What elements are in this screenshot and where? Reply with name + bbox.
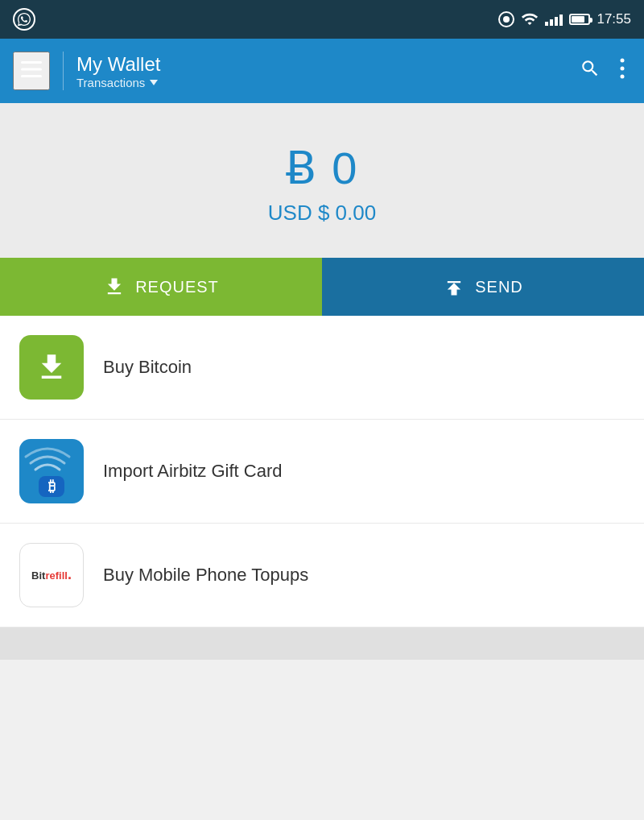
send-button[interactable]: SEND [322,258,644,316]
buy-bitcoin-label: Buy Bitcoin [103,357,192,378]
request-icon [103,275,126,298]
svg-point-3 [621,59,625,63]
search-button[interactable] [573,52,607,90]
list-item-import-airbitz[interactable]: ₿ Import Airbitz Gift Card [0,420,644,524]
bottom-area [0,627,644,660]
app-bar: My Wallet Transactions [0,39,644,103]
app-bar-divider [63,52,64,90]
dropdown-arrow-icon [150,80,158,85]
balance-section: Ƀ 0 USD $ 0.00 [0,103,644,258]
buy-bitcoin-icon [19,335,84,400]
list-section: Buy Bitcoin ₿ Import Airbitz Gift Card B… [0,316,644,627]
balance-usd: USD $ 0.00 [0,201,644,226]
buy-topups-label: Buy Mobile Phone Topups [103,565,308,586]
status-bar-left [13,8,35,31]
whatsapp-icon [13,8,35,31]
circle-icon [498,11,514,27]
svg-point-4 [621,67,625,71]
import-airbitz-label: Import Airbitz Gift Card [103,461,283,482]
status-bar: 17:55 [0,0,644,39]
battery-icon [569,14,590,25]
action-buttons: REQUEST SEND [0,258,644,316]
svg-rect-2 [21,75,42,77]
request-button[interactable]: REQUEST [0,258,322,316]
bitrefill-logo: Bitrefill. [31,566,72,584]
status-bar-right: 17:55 [498,11,631,27]
list-item-buy-topups[interactable]: Bitrefill. Buy Mobile Phone Topups [0,524,644,627]
import-airbitz-icon: ₿ [19,439,84,503]
app-bar-title: My Wallet Transactions [76,53,573,89]
list-item-buy-bitcoin[interactable]: Buy Bitcoin [0,316,644,420]
wallet-title: My Wallet [76,53,573,76]
svg-rect-0 [21,61,42,64]
more-options-button[interactable] [613,52,631,90]
balance-btc: Ƀ 0 [0,142,644,194]
hamburger-menu-button[interactable] [13,52,50,90]
signal-bars-icon [545,13,563,26]
status-time: 17:55 [597,11,631,27]
bitrefill-icon: Bitrefill. [19,543,84,607]
svg-rect-1 [21,68,42,71]
svg-point-5 [621,75,625,79]
wifi-icon [521,12,539,27]
app-bar-actions [573,52,631,90]
wallet-subtitle[interactable]: Transactions [76,76,573,89]
send-icon [443,275,465,298]
